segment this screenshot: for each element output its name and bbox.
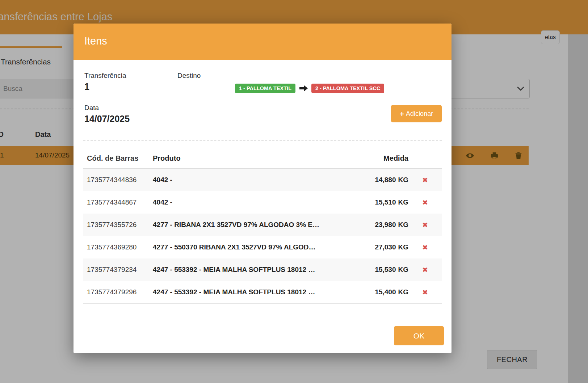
items-table: Cód. de Barras Produto Medida 1735774344… bbox=[83, 148, 442, 304]
items-table-header: Cód. de Barras Produto Medida bbox=[83, 148, 442, 169]
item-produto: 4277 - RIBANA 2X1 3527VD 97% ALGODAO 3% … bbox=[150, 221, 361, 229]
transferencia-value: 1 bbox=[84, 81, 89, 92]
medida-value: 27,030 bbox=[375, 243, 396, 251]
arrow-right-icon bbox=[299, 84, 308, 92]
item-barcode: 1735774344867 bbox=[83, 198, 150, 206]
item-medida: 27,030KG bbox=[361, 243, 408, 251]
medida-value: 15,530 bbox=[375, 266, 396, 273]
medida-unit: KG bbox=[398, 243, 409, 251]
medida-value: 15,510 bbox=[375, 198, 396, 206]
col-barcode: Cód. de Barras bbox=[83, 154, 150, 163]
modal-footer: OK bbox=[74, 317, 452, 353]
medida-value: 15,400 bbox=[375, 288, 396, 296]
remove-item-button[interactable]: ✖ bbox=[422, 221, 428, 229]
item-barcode: 1735774379296 bbox=[83, 288, 150, 296]
item-barcode: 1735774369280 bbox=[83, 243, 150, 251]
item-row: 1735774344867 4042 - 15,510KG ✖ bbox=[83, 191, 442, 214]
medida-value: 23,980 bbox=[375, 221, 396, 228]
item-medida: 15,510KG bbox=[361, 198, 408, 206]
items-table-body: 1735774344836 4042 - 14,880KG ✖ 17357743… bbox=[83, 169, 442, 304]
item-medida: 23,980KG bbox=[361, 221, 408, 229]
item-medida: 15,530KG bbox=[361, 266, 408, 274]
remove-item-button[interactable]: ✖ bbox=[422, 199, 428, 206]
data-label: Data bbox=[84, 104, 99, 112]
item-produto: 4247 - 553392 - MEIA MALHA SOFTPLUS 1801… bbox=[150, 288, 361, 296]
data-value: 14/07/2025 bbox=[84, 114, 130, 124]
adicionar-button[interactable]: + Adicionar bbox=[391, 105, 442, 122]
remove-item-button[interactable]: ✖ bbox=[422, 289, 428, 296]
item-produto: 4042 - bbox=[150, 176, 361, 184]
item-row: 1735774344836 4042 - 14,880KG ✖ bbox=[83, 169, 442, 191]
col-medida: Medida bbox=[361, 154, 408, 163]
item-barcode: 1735774379234 bbox=[83, 266, 150, 274]
item-row: 1735774379234 4247 - 553392 - MEIA MALHA… bbox=[83, 258, 442, 281]
item-barcode: 1735774344836 bbox=[83, 176, 150, 184]
medida-unit: KG bbox=[398, 198, 409, 206]
destino-label: Destino bbox=[177, 72, 201, 80]
item-row: 1735774369280 4277 - 550370 RIBANA 2X1 3… bbox=[83, 236, 442, 258]
destination-badge: 2 - PALLOMA TEXTIL SCC bbox=[311, 84, 384, 93]
adicionar-label: Adicionar bbox=[406, 110, 433, 118]
item-barcode: 1735774355726 bbox=[83, 221, 150, 229]
transferencia-label: Transferência bbox=[84, 72, 126, 80]
medida-unit: KG bbox=[398, 221, 409, 228]
modal-divider-dashed bbox=[83, 140, 442, 141]
col-produto: Produto bbox=[150, 154, 361, 163]
item-medida: 14,880KG bbox=[361, 176, 408, 184]
transfer-route: 1 - PALLOMA TEXTIL 2 - PALLOMA TEXTIL SC… bbox=[235, 84, 384, 93]
remove-item-button[interactable]: ✖ bbox=[422, 244, 428, 251]
medida-unit: KG bbox=[398, 176, 409, 184]
plus-icon: + bbox=[400, 110, 404, 118]
item-row: 1735774379296 4247 - 553392 - MEIA MALHA… bbox=[83, 281, 442, 303]
item-produto: 4277 - 550370 RIBANA 2X1 3527VD 97% ALGO… bbox=[150, 243, 361, 251]
itens-modal: Itens Transferência 1 Destino 1 - PALLOM… bbox=[74, 24, 452, 353]
item-produto: 4247 - 553392 - MEIA MALHA SOFTPLUS 1801… bbox=[150, 266, 361, 274]
medida-unit: KG bbox=[398, 288, 409, 296]
ok-button[interactable]: OK bbox=[394, 326, 444, 345]
origin-badge: 1 - PALLOMA TEXTIL bbox=[235, 84, 295, 93]
medida-unit: KG bbox=[398, 266, 409, 273]
remove-item-button[interactable]: ✖ bbox=[422, 266, 428, 274]
item-produto: 4042 - bbox=[150, 198, 361, 206]
screen: Transferências entre Lojas etas Transfer… bbox=[0, 0, 588, 383]
item-row: 1735774355726 4277 - RIBANA 2X1 3527VD 9… bbox=[83, 214, 442, 236]
modal-title: Itens bbox=[84, 35, 107, 47]
item-medida: 15,400KG bbox=[361, 288, 408, 296]
modal-header bbox=[74, 24, 452, 60]
medida-value: 14,880 bbox=[375, 176, 396, 184]
remove-item-button[interactable]: ✖ bbox=[422, 176, 428, 184]
